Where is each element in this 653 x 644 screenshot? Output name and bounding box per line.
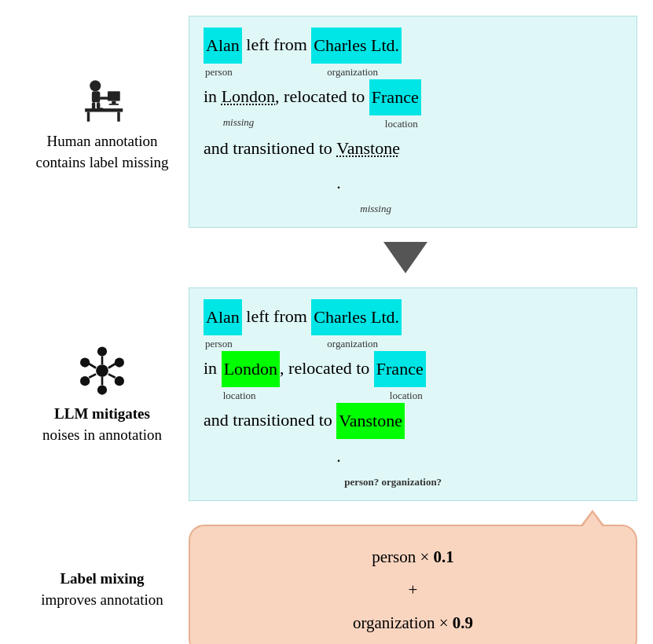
vanstone-word: Vanstone: [336, 131, 400, 166]
section2-alan: Alan person: [204, 299, 242, 354]
svg-rect-7: [92, 91, 101, 102]
section3-formula-plus: +: [209, 573, 617, 606]
svg-rect-0: [85, 108, 123, 112]
svg-point-13: [97, 346, 107, 356]
section1-alan: Alan person: [204, 27, 242, 82]
alan-highlight: Alan: [204, 27, 242, 64]
france-highlight: France: [369, 79, 421, 115]
section1-london: London missing: [222, 79, 275, 133]
svg-rect-4: [112, 101, 116, 104]
section1-in: in: [204, 79, 217, 114]
svg-rect-10: [97, 102, 100, 108]
section3-label-text: Label mixing improves annotation: [16, 569, 189, 610]
section1-vanstone: Vanstone. missing: [336, 131, 400, 219]
s2-france-highlight: France: [374, 351, 426, 387]
section2-france: France location: [374, 351, 426, 406]
section1-row: Human annotation contains label missing …: [0, 8, 653, 236]
section1-label: Human annotation contains label missing: [16, 71, 189, 174]
section1-label-text: Human annotation contains label missing: [16, 131, 189, 173]
svg-rect-2: [117, 112, 120, 121]
svg-line-23: [89, 374, 96, 377]
section2-content-box: Alan person left from Charles Ltd. organ…: [189, 287, 637, 501]
svg-point-17: [80, 376, 90, 386]
section1-from: from: [273, 27, 307, 62]
svg-rect-5: [109, 104, 119, 105]
svg-point-16: [97, 385, 107, 394]
s2-and: and transitioned to: [204, 403, 332, 437]
section3-label: Label mixing improves annotation: [16, 569, 189, 610]
section3-formula-line1: person × 0.1: [209, 540, 617, 573]
section2-vanstone: Vanstone. person? organization?: [336, 403, 442, 492]
svg-rect-1: [87, 112, 90, 121]
svg-rect-11: [97, 108, 104, 111]
svg-rect-3: [108, 91, 120, 101]
section1-and: and transitioned to: [204, 131, 332, 166]
section3-formula-line2: organization × 0.9: [209, 606, 617, 639]
london-word: London: [222, 79, 275, 114]
svg-point-18: [80, 357, 90, 367]
section1-left: left: [246, 27, 269, 62]
london-label: missing: [222, 112, 255, 133]
section1-charles: Charles Ltd. organization: [311, 27, 402, 82]
section2-london: London location: [222, 351, 280, 406]
s2-from: from: [273, 299, 307, 334]
section2-row: LLM mitigates noises in annotation Alan …: [0, 280, 653, 509]
arrow-row: [0, 236, 653, 280]
vanstone-label: missing: [336, 199, 391, 219]
s2-london-highlight: London: [222, 351, 280, 387]
section1-content-box: Alan person left from Charles Ltd. organ…: [189, 16, 637, 228]
charles-highlight: Charles Ltd.: [311, 27, 402, 64]
section2-label: LLM mitigates noises in annotation: [16, 343, 189, 446]
svg-line-21: [108, 374, 116, 377]
human-annotation-icon: [75, 71, 130, 126]
section1-relocated: relocated to: [284, 79, 365, 114]
s2-in: in: [204, 351, 217, 386]
svg-line-20: [108, 364, 116, 368]
down-arrow-icon: [383, 242, 427, 273]
section3-row: Label mixing improves annotation person …: [0, 517, 653, 644]
s2-charles-highlight: Charles Ltd.: [311, 299, 402, 335]
section3-bubble-box: person × 0.1 + organization × 0.9: [189, 525, 637, 644]
svg-point-12: [96, 364, 108, 377]
section2-charles: Charles Ltd. organization: [311, 299, 402, 354]
svg-rect-9: [92, 102, 95, 111]
llm-network-icon: [75, 343, 130, 398]
svg-point-15: [115, 376, 124, 386]
section1-france: France location: [369, 79, 421, 134]
s2-vanstone-highlight: Vanstone: [336, 403, 405, 439]
svg-rect-8: [100, 97, 111, 100]
svg-point-6: [90, 80, 101, 91]
s2-relocated: relocated to: [288, 351, 369, 386]
s2-vanstone-label: person? organization?: [336, 472, 442, 492]
s2-alan-highlight: Alan: [204, 299, 242, 335]
section2-label-text: LLM mitigates noises in annotation: [16, 404, 189, 445]
svg-point-14: [115, 357, 124, 367]
s2-left: left: [246, 299, 269, 334]
svg-line-24: [89, 364, 96, 368]
